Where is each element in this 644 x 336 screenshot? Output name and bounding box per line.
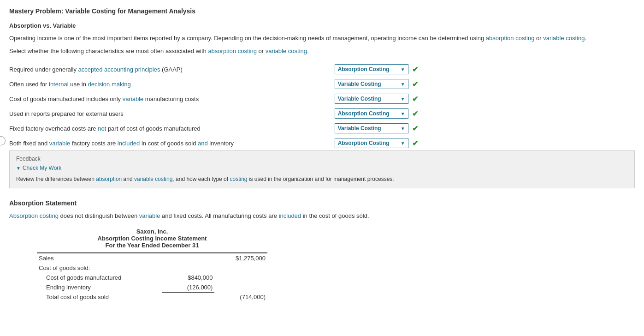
is-col1-sales <box>162 253 215 263</box>
char-select-area-3: Absorption Costing ▼ ✔ <box>335 108 635 119</box>
check-my-work-btn[interactable]: ▼ Check My Work <box>16 165 628 171</box>
char-label-4: Fixed factory overhead costs are not par… <box>9 125 335 132</box>
feedback-box: Feedback ▼ Check My Work Review the diff… <box>9 150 635 188</box>
char-check-3: ✔ <box>412 109 418 118</box>
is-col1-ending-inv: (126,000) <box>162 282 215 293</box>
variable-costing-link[interactable]: variable costing <box>543 35 585 42</box>
absorption-costing-link[interactable]: absorption costing <box>486 35 535 42</box>
is-row-sales: Sales $1,275,000 <box>37 253 267 263</box>
page-title: Mastery Problem: Variable Costing for Ma… <box>9 7 635 15</box>
char-label-1: Often used for internal use in decision … <box>9 81 335 88</box>
char-check-1: ✔ <box>412 80 418 89</box>
is-label-cogm: Cost of goods manufactured <box>37 273 162 282</box>
char-select-area-1: Variable Costing ▼ ✔ <box>335 79 635 89</box>
characteristic-row-2: Cost of goods manufactured includes only… <box>9 91 635 106</box>
is-row-ending-inv: Ending inventory (126,000) <box>37 282 267 293</box>
char-dropdown-arrow-0: ▼ <box>401 67 405 72</box>
char-dropdown-5[interactable]: Absorption Costing ▼ <box>335 138 408 148</box>
is-label-ending-inv: Ending inventory <box>37 282 162 293</box>
characteristic-row-1: Often used for internal use in decision … <box>9 77 635 91</box>
char-dropdown-arrow-5: ▼ <box>401 141 405 146</box>
char-dropdown-value-1: Variable Costing <box>338 81 381 87</box>
feedback-content: Review the differences between absorptio… <box>16 175 628 183</box>
feedback-label: Feedback <box>16 156 628 162</box>
company-name: Saxon, Inc. Absorption Costing Income St… <box>37 228 267 249</box>
char-dropdown-value-4: Variable Costing <box>338 125 381 132</box>
char-dropdown-value-2: Variable Costing <box>338 96 381 102</box>
instruction-text: Select whether the following characteris… <box>9 47 635 56</box>
is-row-cogs-header: Cost of goods sold: <box>37 263 267 273</box>
char-check-4: ✔ <box>412 124 418 133</box>
char-dropdown-arrow-3: ▼ <box>401 111 405 116</box>
characteristic-row-3: Used in reports prepared for external us… <box>9 106 635 121</box>
income-statement: Saxon, Inc. Absorption Costing Income St… <box>37 228 267 302</box>
char-check-5: ✔ <box>412 139 418 148</box>
check-my-work-arrow: ▼ <box>16 166 21 171</box>
absorption-section-title: Absorption Statement <box>9 199 635 207</box>
is-col2-total-cogs: (714,000) <box>214 292 267 302</box>
is-label-cogs-header: Cost of goods sold: <box>37 263 162 273</box>
char-label-0: Required under generally accepted accoun… <box>9 66 335 73</box>
char-dropdown-value-0: Absorption Costing <box>338 66 390 72</box>
char-select-area-4: Variable Costing ▼ ✔ <box>335 123 635 133</box>
char-dropdown-arrow-4: ▼ <box>401 126 405 131</box>
characteristic-row-4: Fixed factory overhead costs are not par… <box>9 121 635 136</box>
char-label-3: Used in reports prepared for external us… <box>9 110 335 117</box>
char-check-0: ✔ <box>412 65 418 74</box>
char-dropdown-arrow-2: ▼ <box>401 96 405 102</box>
absorption-intro: Absorption costing does not distinguish … <box>9 211 635 221</box>
check-my-work-label: Check My Work <box>23 165 61 171</box>
characteristic-row-5: Both fixed and variable factory costs ar… <box>9 136 635 150</box>
char-dropdown-4[interactable]: Variable Costing ▼ <box>335 123 408 133</box>
char-label-5: Both fixed and variable factory costs ar… <box>9 140 335 147</box>
char-dropdown-arrow-1: ▼ <box>401 82 405 87</box>
char-select-area-2: Variable Costing ▼ ✔ <box>335 94 635 104</box>
is-row-total-cogs: Total cost of goods sold (714,000) <box>37 292 267 302</box>
characteristic-row-0: Required under generally accepted accoun… <box>9 62 635 77</box>
char-dropdown-value-3: Absorption Costing <box>338 110 390 117</box>
characteristics-list: Required under generally accepted accoun… <box>9 62 635 150</box>
char-dropdown-1[interactable]: Variable Costing ▼ <box>335 79 408 89</box>
intro-paragraph: Operating income is one of the most impo… <box>9 34 635 43</box>
section2: Absorption Statement Absorption costing … <box>9 199 635 302</box>
is-col1-cogm: $840,000 <box>162 273 215 282</box>
char-check-2: ✔ <box>412 95 418 103</box>
char-select-area-5: Absorption Costing ▼ ✔ <box>335 138 635 148</box>
char-label-2: Cost of goods manufactured includes only… <box>9 96 335 102</box>
left-accent-decoration <box>0 136 6 145</box>
is-label-total-cogs: Total cost of goods sold <box>37 292 162 302</box>
is-label-sales: Sales <box>37 253 162 263</box>
section1-title: Absorption vs. Variable <box>9 22 635 29</box>
is-col2-sales: $1,275,000 <box>214 253 267 263</box>
is-row-cogm: Cost of goods manufactured $840,000 <box>37 273 267 282</box>
section1: Absorption vs. Variable Operating income… <box>9 22 635 188</box>
char-dropdown-3[interactable]: Absorption Costing ▼ <box>335 108 408 119</box>
char-dropdown-0[interactable]: Absorption Costing ▼ <box>335 64 408 74</box>
char-select-area-0: Absorption Costing ▼ ✔ <box>335 64 635 74</box>
char-dropdown-2[interactable]: Variable Costing ▼ <box>335 94 408 104</box>
char-dropdown-value-5: Absorption Costing <box>338 140 390 146</box>
income-statement-table: Sales $1,275,000 Cost of goods sold: Cos… <box>37 252 267 302</box>
